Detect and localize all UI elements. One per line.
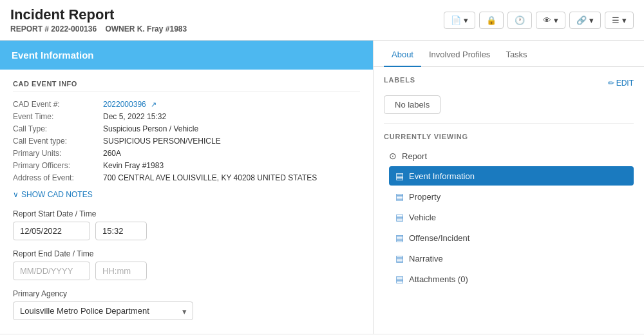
right-panel: About Involved Profiles Tasks LABELS ✏ E… <box>374 41 644 334</box>
tab-tasks[interactable]: Tasks <box>498 41 535 67</box>
view-btn[interactable]: 👁 ▾ <box>536 12 565 29</box>
nav-property-label: Property <box>409 192 440 202</box>
labels-row: LABELS ✏ EDIT <box>384 76 634 90</box>
call-event-type-row: Call Event type: SUSPICIOUS PERSON/VEHIC… <box>13 137 360 146</box>
report-label: REPORT # <box>10 24 49 34</box>
primary-agency-select[interactable]: Louisville Metro Police Department <box>13 302 193 320</box>
link-btn[interactable]: 🔗 ▾ <box>569 12 601 29</box>
edit-label: EDIT <box>616 79 634 88</box>
page-title: Incident Report <box>10 6 187 23</box>
tabs-bar: About Involved Profiles Tasks <box>374 41 644 67</box>
call-event-type-key: Call Event type: <box>13 137 103 146</box>
report-end-row <box>13 262 360 280</box>
report-nav-label: Report <box>402 151 427 161</box>
nav-doc-icon-narrative: ▤ <box>395 253 404 263</box>
nav-doc-icon-event: ▤ <box>395 171 404 181</box>
report-start-row <box>13 222 360 240</box>
right-content: LABELS ✏ EDIT No labels CURRENTLY VIEWIN… <box>374 67 644 299</box>
nav-doc-icon-attachments: ▤ <box>395 274 404 284</box>
currently-viewing-section: CURRENTLY VIEWING ⊙ Report ▤ Event Infor… <box>384 133 634 289</box>
nav-doc-icon-property: ▤ <box>395 191 404 202</box>
panel-content: CAD EVENT INFO CAD Event #: 2022000396 ↗… <box>0 70 373 334</box>
nav-property[interactable]: ▤ Property <box>389 187 634 206</box>
owner-name: K. Fray #1983 <box>137 24 187 34</box>
event-time-val: Dec 5, 2022 15:32 <box>103 112 166 121</box>
primary-units-val: 260A <box>103 149 121 158</box>
link-icon: 🔗 <box>576 15 587 25</box>
primary-officers-val: Kevin Fray #1983 <box>103 161 164 170</box>
event-time-row: Event Time: Dec 5, 2022 15:32 <box>13 112 360 121</box>
report-end-group: Report End Date / Time <box>13 249 360 280</box>
left-panel-header: Event Information <box>0 41 373 70</box>
nav-narrative-label: Narrative <box>409 254 443 263</box>
binoculars-icon: 👁 <box>543 15 551 25</box>
call-type-key: Call Type: <box>13 124 103 133</box>
main-layout: Event Information CAD EVENT INFO CAD Eve… <box>0 41 644 334</box>
app-header: Incident Report REPORT # 2022-000136 OWN… <box>0 0 644 41</box>
nav-event-information[interactable]: ▤ Event Information <box>389 166 634 186</box>
owner-label: OWNER <box>105 24 135 34</box>
cad-info-table: CAD Event #: 2022000396 ↗ Event Time: De… <box>13 100 360 182</box>
cad-section-label: CAD EVENT INFO <box>13 80 360 92</box>
header-left: Incident Report REPORT # 2022-000136 OWN… <box>10 6 187 34</box>
primary-officers-key: Primary Officers: <box>13 161 103 170</box>
cad-event-val: 2022000396 ↗ <box>103 100 156 109</box>
labels-title: LABELS <box>384 76 415 84</box>
call-type-row: Call Type: Suspicious Person / Vehicle <box>13 124 360 133</box>
report-start-label: Report Start Date / Time <box>13 209 360 218</box>
nav-attachments-label: Attachments (0) <box>409 274 468 284</box>
currently-viewing-title: CURRENTLY VIEWING <box>384 133 634 140</box>
primary-units-key: Primary Units: <box>13 149 103 158</box>
nav-attachments[interactable]: ▤ Attachments (0) <box>389 269 634 289</box>
cad-event-row: CAD Event #: 2022000396 ↗ <box>13 100 360 109</box>
edit-labels-btn[interactable]: ✏ EDIT <box>608 79 634 88</box>
lock-btn[interactable]: 🔒 <box>479 12 504 29</box>
lock-icon: 🔒 <box>486 15 497 25</box>
nav-doc-icon-vehicle: ▤ <box>395 212 404 222</box>
address-val: 700 CENTRAL AVE LOUISVILLE, KY 40208 UNI… <box>103 173 317 182</box>
history-btn[interactable]: 🕐 <box>507 12 532 29</box>
nav-narrative[interactable]: ▤ Narrative <box>389 249 634 268</box>
header-actions: 📄 ▾ 🔒 🕐 👁 ▾ 🔗 ▾ ☰ ▾ <box>444 12 634 29</box>
menu-btn[interactable]: ☰ ▾ <box>605 12 634 29</box>
file-action-btn[interactable]: 📄 ▾ <box>444 12 475 29</box>
left-panel-title: Event Information <box>12 50 94 61</box>
call-type-val: Suspicious Person / Vehicle <box>103 124 198 133</box>
nav-event-information-label: Event Information <box>409 171 475 181</box>
nav-offense-label: Offense/Incident <box>409 233 469 243</box>
show-cad-notes-btn[interactable]: ∨ SHOW CAD NOTES <box>13 190 360 199</box>
nav-doc-icon-offense: ▤ <box>395 233 404 243</box>
report-nav-item[interactable]: ⊙ Report <box>384 147 634 165</box>
tab-involved-profiles[interactable]: Involved Profiles <box>421 41 498 67</box>
no-labels-btn[interactable]: No labels <box>384 95 440 114</box>
report-number: 2022-000136 <box>51 24 97 34</box>
tab-about[interactable]: About <box>384 41 421 67</box>
clock-icon: 🕐 <box>515 15 525 25</box>
chevron-down-icon: ∨ <box>13 190 19 199</box>
nav-vehicle[interactable]: ▤ Vehicle <box>389 207 634 227</box>
file-icon: 📄 <box>451 15 461 25</box>
start-date-input[interactable] <box>13 222 90 240</box>
cad-event-key: CAD Event #: <box>13 100 103 109</box>
nav-vehicle-label: Vehicle <box>409 213 436 222</box>
divider <box>384 123 634 124</box>
nav-offense-incident[interactable]: ▤ Offense/Incident <box>389 228 634 247</box>
cad-event-link[interactable]: 2022000396 <box>103 100 146 109</box>
event-time-key: Event Time: <box>13 112 103 121</box>
end-date-input[interactable] <box>13 262 90 280</box>
call-event-type-val: SUSPICIOUS PERSON/VEHICLE <box>103 137 221 146</box>
external-link-icon: ↗ <box>151 100 156 108</box>
primary-officers-row: Primary Officers: Kevin Fray #1983 <box>13 161 360 170</box>
primary-agency-group: Primary Agency Louisville Metro Police D… <box>13 289 360 320</box>
start-time-input[interactable] <box>95 222 147 240</box>
primary-units-row: Primary Units: 260A <box>13 149 360 158</box>
report-start-group: Report Start Date / Time <box>13 209 360 240</box>
no-labels-wrapper: No labels <box>384 95 634 114</box>
end-time-input[interactable] <box>95 262 147 280</box>
left-panel: Event Information CAD EVENT INFO CAD Eve… <box>0 41 374 334</box>
primary-agency-label: Primary Agency <box>13 289 360 298</box>
show-cad-notes-label: SHOW CAD NOTES <box>21 190 93 199</box>
header-meta: REPORT # 2022-000136 OWNER K. Fray #1983 <box>10 24 187 34</box>
report-end-label: Report End Date / Time <box>13 249 360 258</box>
address-key: Address of Event: <box>13 173 103 182</box>
